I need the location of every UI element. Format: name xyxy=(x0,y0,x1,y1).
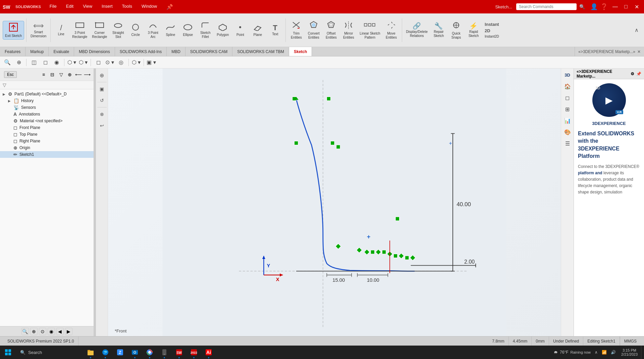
close-panel-icon[interactable]: ✕ xyxy=(637,49,641,54)
taskbar-search-button[interactable]: 🔍 Search xyxy=(16,346,83,359)
tree-item-front-plane[interactable]: ▶ ◻ Front Plane xyxy=(0,124,94,131)
tab-markup[interactable]: Markup xyxy=(25,47,49,56)
text-button[interactable]: T Text xyxy=(267,23,283,38)
toolbar-collapse-button[interactable]: ∧ xyxy=(635,27,639,33)
esc-button[interactable]: Esc xyxy=(4,71,17,78)
side-btn-3[interactable]: ⊙ xyxy=(39,328,46,335)
help-icon[interactable]: ❓ xyxy=(600,3,608,10)
tab-solidworks-cam[interactable]: SOLIDWORKS CAM xyxy=(185,47,232,56)
side-btn-2[interactable]: ⊕ xyxy=(30,328,38,335)
line-button[interactable]: / Line xyxy=(53,23,69,38)
taskbar-app-zoom[interactable]: Z xyxy=(113,346,127,359)
menu-tools[interactable]: Tools xyxy=(120,3,134,11)
taskbar-app-extra[interactable]: 2022 xyxy=(186,346,201,359)
right-home-button[interactable]: 🏠 xyxy=(562,81,573,91)
appearance-button[interactable]: ◎ xyxy=(116,58,126,67)
side-rollback-button[interactable]: ↩ xyxy=(97,121,107,131)
right-list-button[interactable]: ☰ xyxy=(562,138,573,148)
right-data-button[interactable]: 📊 xyxy=(562,116,573,126)
exit-sketch-button[interactable]: Exit Sketch xyxy=(3,21,24,40)
section-view-button[interactable]: ◫ xyxy=(29,58,39,67)
tab-sketch[interactable]: Sketch xyxy=(289,47,312,56)
right-view-button[interactable]: ◻ xyxy=(562,93,573,103)
filter-icon[interactable]: ▽ xyxy=(3,82,6,88)
tree-filter-button[interactable]: ▽ xyxy=(57,71,65,78)
show-desktop-button[interactable] xyxy=(641,346,644,359)
tab-mbd[interactable]: MBD xyxy=(167,47,185,56)
taskbar-app-solidworks[interactable]: SW xyxy=(172,346,186,359)
lighting-button[interactable]: ⊙ ▾ xyxy=(105,58,114,67)
filter-button[interactable]: ⊕ xyxy=(14,58,23,67)
3dexperience-marketplace-tab[interactable]: «>3DEXPERIENCE Marketp...» ✕ xyxy=(575,47,644,56)
tree-item-history[interactable]: ▶ 📋 History xyxy=(0,97,94,104)
tab-solidworks-addins[interactable]: SOLIDWORKS Add-Ins xyxy=(115,47,167,56)
right-3dexperience-button[interactable]: 3D xyxy=(562,70,573,80)
view-cube-button[interactable]: ⬡ ▾ xyxy=(78,58,88,67)
tree-flat-view-button[interactable]: ⊟ xyxy=(49,71,56,78)
point-button[interactable]: Point xyxy=(232,22,249,38)
taskbar-app-chrome[interactable] xyxy=(142,346,157,359)
menu-window[interactable]: Window xyxy=(140,3,159,11)
display-pane-button[interactable]: ▣ ▾ xyxy=(147,58,156,67)
ellipse-button[interactable]: Ellipse xyxy=(179,22,196,38)
tab-features[interactable]: Features xyxy=(0,47,25,56)
search-commands-input[interactable] xyxy=(516,3,577,10)
close-button[interactable]: ✕ xyxy=(632,2,641,11)
tree-item-sensors[interactable]: ▶ 📡 Sensors xyxy=(0,104,94,111)
taskbar-app-file-explorer[interactable] xyxy=(83,346,98,359)
account-icon[interactable]: 👤 xyxy=(590,3,598,10)
taskbar-app-adobe[interactable]: Ai xyxy=(201,346,216,359)
side-btn-4[interactable]: ◉ xyxy=(48,328,55,335)
tree-search-button[interactable]: ⟵ xyxy=(75,71,82,78)
tree-item-sketch1[interactable]: ▶ ✏ Sketch1 xyxy=(0,151,94,158)
3point-rectangle-button[interactable]: 3 PointRectangle xyxy=(70,20,89,40)
right-palette-button[interactable]: 🎨 xyxy=(562,127,573,137)
sketch-canvas[interactable]: + + 40.00 2.00 15.00 10.00 xyxy=(108,69,561,336)
circle-button[interactable]: Circle xyxy=(127,22,144,38)
tree-item-material[interactable]: ▶ ⚙ Material <not specified> xyxy=(0,118,94,124)
taskbar-clock[interactable]: 3:15 PM 2/21/2023 xyxy=(618,346,641,359)
rapid-sketch-button[interactable]: ⚡ RapidSketch xyxy=(465,21,482,39)
menu-view[interactable]: View xyxy=(81,3,94,11)
mirror-entities-button[interactable]: MirrorEntities xyxy=(340,19,357,41)
side-view-button[interactable]: ▣ xyxy=(97,84,107,94)
menu-file[interactable]: File xyxy=(48,3,59,11)
tree-item-origin[interactable]: ▶ ⊕ Origin xyxy=(0,144,94,151)
quick-snaps-button[interactable]: QuickSnaps xyxy=(448,19,465,41)
pin-icon[interactable]: 📌 xyxy=(164,3,175,11)
taskbar-app-outlook[interactable]: O xyxy=(127,346,142,359)
scene-button[interactable]: ⬡ ▾ xyxy=(131,58,141,67)
tab-mbd-dimensions[interactable]: MBD Dimensions xyxy=(74,47,115,56)
right-assembly-button[interactable]: ⊞ xyxy=(562,104,573,114)
maximize-button[interactable]: □ xyxy=(621,2,631,11)
menu-insert[interactable]: Insert xyxy=(100,3,115,11)
search-icon[interactable]: 🔍 xyxy=(579,4,585,9)
display-delete-relations-button[interactable]: 🔗 Display/DeleteRelations xyxy=(404,21,430,39)
panel-pin-icon[interactable]: 📌 xyxy=(636,72,641,76)
tree-nav-button[interactable]: ⟶ xyxy=(84,71,91,78)
taskbar-app-edge[interactable] xyxy=(98,346,113,359)
trim-entities-button[interactable]: TrimEntities xyxy=(288,19,305,41)
linear-sketch-pattern-button[interactable]: Linear SketchPattern xyxy=(358,19,382,41)
polygon-button[interactable]: Polygon xyxy=(214,22,231,38)
view-orientation-button[interactable]: ◻ xyxy=(41,58,50,67)
move-entities-button[interactable]: MoveEntities xyxy=(383,19,400,41)
display-style-button[interactable]: ⬡ ▾ xyxy=(67,58,76,67)
minimize-button[interactable]: — xyxy=(610,2,620,11)
plane-button[interactable]: Plane xyxy=(249,22,266,38)
side-triad-button[interactable]: ⊗ xyxy=(97,109,107,119)
tab-evaluate[interactable]: Evaluate xyxy=(49,47,74,56)
offset-entities-button[interactable]: OffsetEntities xyxy=(323,19,339,41)
taskbar-weather[interactable]: 🌧 76°F Raining now xyxy=(552,346,593,359)
panel-settings-icon[interactable]: ⚙ xyxy=(631,72,634,76)
convert-entities-button[interactable]: ConvertEntities xyxy=(305,19,322,41)
taskbar-app-phone[interactable] xyxy=(157,346,172,359)
tree-item-top-plane[interactable]: ▶ ◻ Top Plane xyxy=(0,131,94,138)
tab-solidworks-cam-tbm[interactable]: SOLIDWORKS CAM TBM xyxy=(232,47,289,56)
tray-volume-icon[interactable]: 🔊 xyxy=(609,346,618,359)
sketch-fillet-button[interactable]: SketchFillet xyxy=(197,20,214,40)
search-view-button[interactable]: 🔍 xyxy=(3,58,12,67)
side-btn-6[interactable]: ▶ xyxy=(65,328,72,335)
straight-slot-button[interactable]: StraightSlot xyxy=(110,20,126,40)
3point-arc-button[interactable]: 3 PointArc xyxy=(145,20,161,40)
